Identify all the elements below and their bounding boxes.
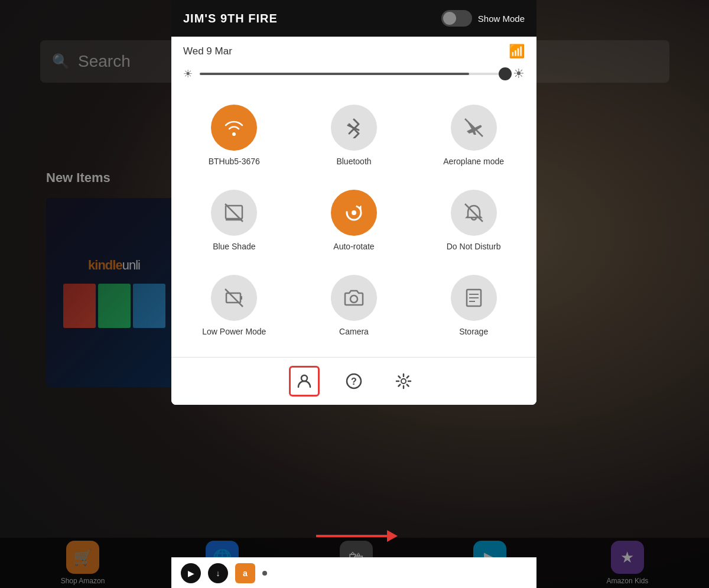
qs-item-storage[interactable]: Storage: [417, 266, 531, 345]
brightness-fill: [200, 73, 469, 75]
bluetooth-label: Bluetooth: [336, 157, 371, 166]
low-power-icon-circle: [211, 275, 257, 321]
dnd-label: Do Not Disturb: [447, 242, 501, 251]
svg-point-19: [401, 379, 406, 384]
qs-grid: BTHub5-3676 Bluetooth Aeroplane mode: [171, 90, 536, 357]
amazon-button[interactable]: a: [235, 563, 255, 583]
download-button[interactable]: ↓: [208, 563, 228, 583]
aeroplane-icon-circle: [451, 105, 497, 151]
qs-header: JIM'S 9TH FIRE Show Mode: [171, 0, 536, 37]
qs-item-bluetooth[interactable]: Bluetooth: [297, 96, 411, 175]
qs-device-title: JIM'S 9TH FIRE: [183, 12, 278, 25]
qs-item-blue-shade[interactable]: Blue Shade: [177, 181, 291, 260]
show-mode-label: Show Mode: [478, 14, 525, 24]
bluetooth-icon-circle: [331, 105, 377, 151]
qs-toolbar: ?: [171, 358, 536, 405]
svg-point-6: [352, 210, 356, 215]
arrow-line: [316, 535, 387, 537]
camera-label: Camera: [339, 327, 369, 336]
auto-rotate-label: Auto-rotate: [333, 242, 374, 251]
camera-icon-circle: [331, 275, 377, 321]
svg-point-11: [350, 295, 357, 303]
qs-item-aeroplane[interactable]: Aeroplane mode: [417, 96, 531, 175]
toggle-knob: [443, 12, 456, 25]
svg-rect-9: [240, 296, 242, 300]
qs-show-mode[interactable]: Show Mode: [441, 10, 525, 27]
qs-item-low-power[interactable]: Low Power Mode: [177, 266, 291, 345]
brightness-control[interactable]: ☀ ☀: [171, 64, 536, 90]
dnd-icon-circle: [451, 190, 497, 236]
brightness-max-icon: ☀: [513, 66, 525, 82]
qs-item-dnd[interactable]: Do Not Disturb: [417, 181, 531, 260]
notification-bar: ▶ ↓ a: [171, 557, 536, 588]
wifi-status-icon: 📶: [509, 44, 525, 59]
qs-item-auto-rotate[interactable]: Auto-rotate: [297, 181, 411, 260]
show-mode-toggle[interactable]: [441, 10, 472, 27]
brightness-track[interactable]: [200, 73, 506, 75]
svg-text:?: ?: [351, 376, 357, 386]
amazon-icon: a: [243, 568, 248, 578]
play-button[interactable]: ▶: [181, 563, 201, 583]
qs-item-camera[interactable]: Camera: [297, 266, 411, 345]
brightness-thumb[interactable]: [499, 67, 512, 80]
user-profile-button[interactable]: [289, 366, 320, 397]
settings-button[interactable]: [388, 366, 419, 397]
arrow-annotation: [316, 530, 398, 542]
storage-icon-circle: [451, 275, 497, 321]
storage-label: Storage: [459, 327, 488, 336]
blue-shade-label: Blue Shade: [213, 242, 255, 251]
download-icon: ↓: [216, 568, 220, 578]
play-icon: ▶: [188, 568, 194, 578]
auto-rotate-icon-circle: [331, 190, 377, 236]
low-power-label: Low Power Mode: [202, 327, 266, 336]
quick-settings-panel: JIM'S 9TH FIRE Show Mode Wed 9 Mar 📶 ☀ ☀: [171, 0, 536, 405]
arrow-head: [387, 530, 398, 542]
qs-item-wifi[interactable]: BTHub5-3676: [177, 96, 291, 175]
blue-shade-icon-circle: [211, 190, 257, 236]
help-button[interactable]: ?: [339, 366, 369, 397]
qs-date-row: Wed 9 Mar 📶: [171, 37, 536, 64]
wifi-label: BTHub5-3676: [209, 157, 260, 166]
wifi-icon-circle: [211, 105, 257, 151]
notification-dot: [262, 571, 267, 576]
brightness-min-icon: ☀: [183, 67, 193, 80]
aeroplane-label: Aeroplane mode: [443, 157, 504, 166]
svg-point-16: [301, 375, 307, 381]
qs-date: Wed 9 Mar: [183, 46, 232, 57]
